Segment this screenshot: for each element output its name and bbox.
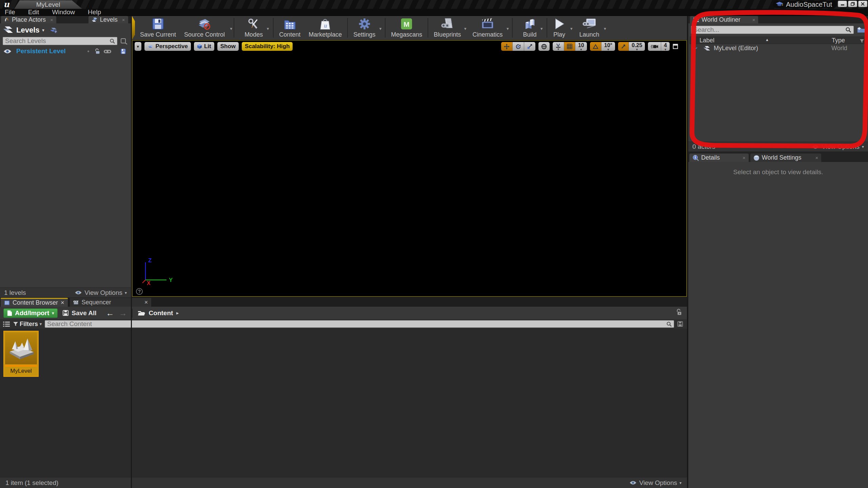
tab-close-icon[interactable]: × [122,17,125,23]
chevron-down-icon[interactable]: ▾ [267,26,269,31]
move-tool-button[interactable] [501,42,513,51]
dock-divider-left[interactable] [131,16,132,488]
level-details-icon[interactable] [120,38,127,44]
cinematics-button[interactable]: Cinematics ▾ [468,16,511,40]
play-button[interactable]: Play ▾ [549,16,575,40]
save-current-button[interactable]: Save Current [136,16,180,40]
chevron-down-icon[interactable]: ▾ [604,26,606,31]
dock-divider-right[interactable] [687,16,688,488]
tab-close-icon[interactable]: × [743,155,746,161]
rotation-snap-value[interactable]: 10° ▾ [601,42,615,51]
eye-closed-icon[interactable] [691,46,698,50]
outliner-row-mylevel[interactable]: MyLevel (Editor) World [690,44,867,52]
outliner-view-options[interactable]: View Options ▾ [812,143,864,150]
maximize-viewport-icon[interactable] [673,44,678,49]
rotation-snap-toggle[interactable] [590,42,601,51]
levels-search-input[interactable] [3,37,110,45]
tab-close-icon[interactable]: × [815,155,818,161]
save-search-icon[interactable] [677,321,683,327]
scale-snap-toggle[interactable] [618,42,629,51]
launch-button[interactable]: Launch ▾ [575,16,608,40]
scalability-button[interactable]: Scalability: High [242,42,293,51]
chevron-down-icon[interactable]: ▾ [379,26,382,31]
tab-close-icon[interactable]: × [144,299,148,306]
chevron-down-icon[interactable]: ▾ [507,26,509,31]
tab-world-outliner[interactable]: World Outliner × [690,16,758,23]
menu-file[interactable]: File [5,8,15,16]
settings-button[interactable]: Settings ▾ [349,16,383,40]
filters-button[interactable]: Filters ▾ [13,321,42,328]
restore-button[interactable] [848,1,857,7]
tab-close-icon[interactable]: × [752,17,755,23]
persistent-level-row[interactable]: Persistent Level [0,47,131,55]
column-type[interactable]: Type [832,37,845,44]
content-view-options[interactable]: View Options ▾ [629,479,682,487]
content-button[interactable]: Content [275,16,304,40]
persistent-level-label[interactable]: Persistent Level [16,47,66,55]
column-label[interactable]: Label [699,37,714,44]
marketplace-button[interactable]: u Marketplace [304,16,346,40]
menu-window[interactable]: Window [52,8,75,16]
camera-speed-button[interactable] [648,42,661,51]
create-folder-icon[interactable] [856,26,866,34]
scale-snap-value[interactable]: 0.25 ▾ [629,42,645,51]
new-level-icon[interactable]: ? [49,27,58,34]
modes-button[interactable]: Modes ▾ [236,16,272,40]
lock-open-icon[interactable] [94,48,100,55]
chevron-down-icon[interactable]: ▾ [230,26,233,31]
breadcrumb-content[interactable]: Content [149,309,173,317]
forward-arrow-icon[interactable]: → [119,308,127,318]
back-arrow-icon[interactable]: ← [106,308,114,318]
chevron-down-icon[interactable]: ▾ [42,28,44,33]
dock-divider-horizontal[interactable] [132,297,687,298]
viewport[interactable]: ▾ Perspective Lit Show [132,40,687,297]
surface-snapping-button[interactable]: ▾ [553,42,564,51]
tab-close-icon[interactable]: × [50,17,53,23]
world-space-button[interactable] [538,42,550,51]
save-level-icon[interactable] [120,48,126,54]
scale-tool-button[interactable] [524,42,535,51]
source-control-button[interactable]: Source Control ▾ [180,16,232,40]
tab-sequencer[interactable]: Sequencer × [70,298,152,307]
outliner-row-label[interactable]: MyLevel (Editor) [714,45,758,52]
chevron-down-icon[interactable]: ▾ [570,26,573,31]
save-all-button[interactable]: Save All [62,309,96,317]
tab-close-icon[interactable]: × [61,299,64,306]
sort-ascending-icon[interactable]: ▲ [765,38,769,42]
megascans-button[interactable]: M Megascans [387,16,426,40]
perspective-button[interactable]: Perspective [144,42,191,51]
chevron-right-icon[interactable]: ▸ [176,310,179,316]
tab-details[interactable]: i Details × [689,154,749,162]
asset-tile-mylevel[interactable]: MyLevel [3,331,39,377]
lit-button[interactable]: Lit [194,42,214,51]
rotate-tool-button[interactable] [513,42,524,51]
lock-open-icon[interactable] [675,308,682,316]
tab-world-settings[interactable]: World Settings × [750,154,821,162]
grid-snap-toggle[interactable] [564,42,575,51]
eye-visibility-icon[interactable] [3,49,12,54]
outliner-search-input[interactable] [691,26,845,34]
close-button[interactable] [858,1,867,7]
show-button[interactable]: Show [217,42,239,51]
document-tab[interactable]: MyLevel [14,0,82,9]
gamepad-icon[interactable] [103,49,112,54]
tab-place-actors[interactable]: Place Actors × [1,16,56,23]
content-search-input[interactable] [45,320,666,328]
blueprints-button[interactable]: Blueprints ▾ [430,16,468,40]
build-button[interactable]: Build ▾ [514,16,545,40]
type-filter-icon[interactable] [860,39,864,43]
tab-levels[interactable]: Levels × [88,16,128,23]
add-import-button[interactable]: Add/Import ▾ [3,308,58,318]
minimize-button[interactable] [838,1,847,7]
sources-panel-icon[interactable] [3,321,10,327]
camera-speed-value[interactable]: 4 ▾ [661,42,670,51]
menu-edit[interactable]: Edit [28,8,39,16]
grid-snap-value[interactable]: 10 ▾ [575,42,587,51]
levels-view-options[interactable]: View Options ▾ [75,289,127,297]
tab-content-browser[interactable]: Content Browser × [1,298,68,307]
viewport-help-icon[interactable]: ? [136,288,143,295]
chevron-down-icon[interactable]: ▾ [464,26,467,31]
menu-help[interactable]: Help [88,8,101,16]
chevron-down-icon[interactable]: ▾ [540,26,543,31]
viewport-options-button[interactable]: ▾ [135,42,141,51]
